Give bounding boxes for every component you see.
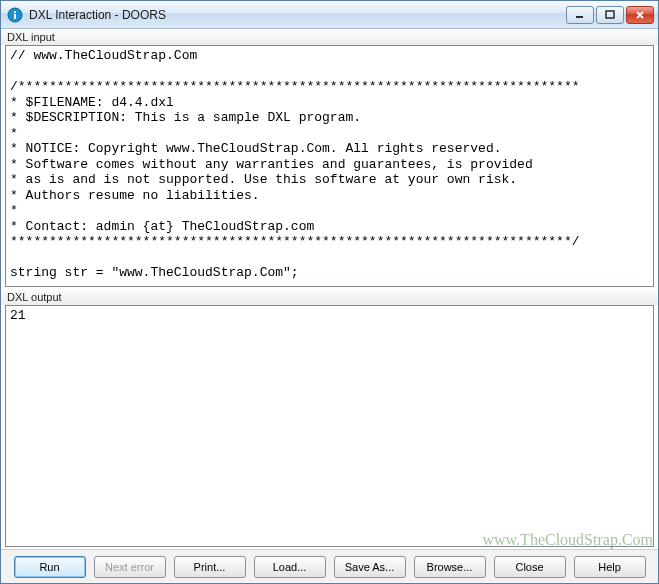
window-controls xyxy=(566,6,654,24)
close-button[interactable]: Close xyxy=(494,556,566,578)
dxl-interaction-window: DXL Interaction - DOORS DXL input // www… xyxy=(0,0,659,584)
dxl-input-label: DXL input xyxy=(1,29,658,45)
save-as-button[interactable]: Save As... xyxy=(334,556,406,578)
dxl-output-area[interactable]: 21 xyxy=(5,305,654,547)
maximize-button[interactable] xyxy=(596,6,624,24)
dxl-output-text: 21 xyxy=(6,306,653,326)
print-button[interactable]: Print... xyxy=(174,556,246,578)
close-window-button[interactable] xyxy=(626,6,654,24)
dxl-input-area[interactable]: // www.TheCloudStrap.Com /**************… xyxy=(5,45,654,287)
titlebar[interactable]: DXL Interaction - DOORS xyxy=(1,1,658,29)
svg-rect-4 xyxy=(606,11,614,18)
dxl-output-label: DXL output xyxy=(1,289,658,305)
browse-button[interactable]: Browse... xyxy=(414,556,486,578)
app-icon xyxy=(7,7,23,23)
svg-rect-1 xyxy=(14,11,16,13)
next-error-button[interactable]: Next error xyxy=(94,556,166,578)
minimize-button[interactable] xyxy=(566,6,594,24)
svg-rect-2 xyxy=(14,14,16,19)
dxl-input-text: // www.TheCloudStrap.Com /**************… xyxy=(6,46,653,287)
button-bar: Run Next error Print... Load... Save As.… xyxy=(1,549,658,583)
window-title: DXL Interaction - DOORS xyxy=(29,8,566,22)
help-button[interactable]: Help xyxy=(574,556,646,578)
run-button[interactable]: Run xyxy=(14,556,86,578)
load-button[interactable]: Load... xyxy=(254,556,326,578)
